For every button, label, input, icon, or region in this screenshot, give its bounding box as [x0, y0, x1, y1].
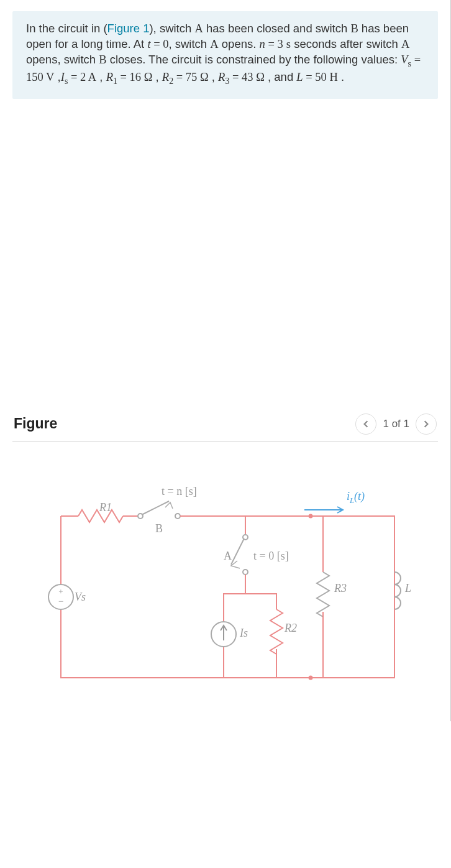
- unit: Ω: [200, 71, 209, 83]
- text: In the circuit in (: [26, 22, 107, 35]
- figure-body: + − t = n [s] R1 B A t =: [12, 441, 438, 696]
- is-label: Is: [240, 627, 248, 640]
- unit: Ω: [144, 71, 153, 83]
- text: ,: [152, 70, 162, 83]
- sym-B: B: [99, 53, 106, 66]
- sym-Vs: V: [401, 53, 408, 66]
- l-label: L: [405, 582, 411, 595]
- text: opens.: [219, 37, 260, 50]
- text: ,: [209, 70, 218, 83]
- sym-R2: R: [162, 71, 169, 83]
- sub: 1: [113, 76, 117, 86]
- circuit-diagram: + − t = n [s] R1 B A t =: [37, 473, 410, 696]
- problem-statement: In the circuit in (Figure 1), switch A h…: [12, 11, 438, 99]
- unit-s: s: [286, 38, 291, 50]
- val: = 50: [303, 71, 330, 83]
- circuit-svg: + −: [37, 473, 410, 696]
- switch-a-label: A: [224, 550, 232, 563]
- svg-text:−: −: [58, 596, 63, 606]
- sym-R1: R: [106, 71, 113, 83]
- figure-link[interactable]: Figure 1: [107, 22, 150, 35]
- text: , and: [265, 70, 296, 83]
- val: = 2: [68, 71, 88, 83]
- vs-label: Vs: [75, 591, 86, 604]
- switch-a-time-label: t = 0 [s]: [253, 550, 289, 563]
- r3-label: R3: [334, 582, 347, 595]
- sym-B: B: [350, 22, 358, 35]
- val: = 16: [117, 71, 144, 83]
- prev-button[interactable]: [355, 413, 376, 435]
- r1-label: R1: [99, 501, 112, 514]
- text: .: [338, 70, 344, 83]
- text: ), switch: [149, 22, 194, 35]
- text: ,: [96, 70, 106, 83]
- text: seconds after switch: [291, 37, 401, 50]
- page-indicator: 1 of 1: [383, 418, 409, 430]
- switch-b-label: B: [155, 522, 163, 535]
- text: ,: [54, 70, 60, 83]
- text: has been closed and switch: [203, 22, 351, 35]
- il-label: iL(t): [347, 490, 365, 506]
- svg-text:+: +: [58, 587, 63, 596]
- sym-A: A: [194, 22, 203, 35]
- text: opens, switch: [26, 53, 99, 66]
- switch-b-time-label: t = n [s]: [162, 485, 197, 498]
- next-button[interactable]: [416, 413, 437, 435]
- r2-label: R2: [285, 622, 297, 635]
- val: = 43: [229, 71, 256, 83]
- unit: Ω: [256, 71, 265, 83]
- unit: V: [46, 71, 54, 83]
- svg-point-1: [175, 514, 180, 519]
- num: 3: [277, 38, 283, 50]
- sym-L: L: [296, 71, 303, 83]
- svg-point-5: [309, 675, 313, 680]
- unit: A: [88, 71, 96, 83]
- chevron-left-icon: [362, 420, 370, 428]
- figure-pager: 1 of 1: [355, 413, 437, 435]
- text: closes. The circuit is constrained by th…: [107, 53, 401, 66]
- sym-A: A: [401, 38, 409, 50]
- sym-R3: R: [218, 71, 225, 83]
- svg-point-3: [243, 570, 248, 575]
- figure-title: Figure: [14, 415, 355, 432]
- sym-A: A: [210, 38, 218, 50]
- text: , switch: [168, 37, 210, 50]
- val: = 75: [173, 71, 200, 83]
- text: =: [265, 38, 278, 50]
- chevron-right-icon: [422, 420, 430, 428]
- figure-header: Figure 1 of 1: [12, 410, 438, 441]
- unit: H: [329, 71, 337, 83]
- sym-n: n: [260, 38, 265, 50]
- text: =: [151, 38, 163, 50]
